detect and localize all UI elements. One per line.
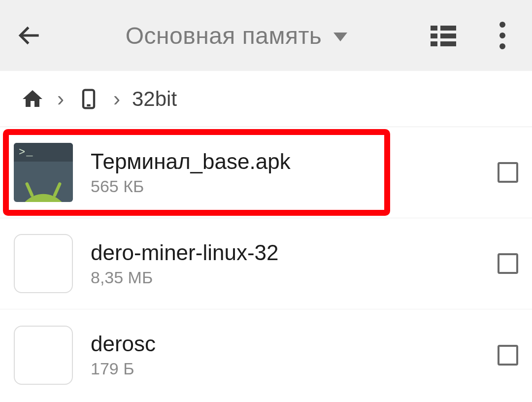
file-row[interactable]: >_ Терминал_base.apk 565 КБ	[0, 127, 532, 218]
select-checkbox[interactable]	[498, 162, 518, 183]
terminal-prompt-icon: >_	[14, 143, 73, 162]
file-size: 179 Б	[91, 359, 486, 378]
arrow-back-icon	[16, 22, 43, 49]
breadcrumb-current: 32bit	[132, 87, 177, 111]
file-row[interactable]: dero-miner-linux-32 8,35 МБ	[0, 218, 532, 309]
breadcrumb-device[interactable]	[76, 86, 101, 112]
home-icon	[21, 87, 44, 111]
file-row[interactable]: derosc 179 Б	[0, 309, 532, 401]
chevron-down-icon	[333, 33, 347, 41]
storage-title-label: Основная память	[126, 22, 322, 49]
file-icon-generic	[14, 326, 73, 385]
breadcrumb-separator: ›	[57, 87, 64, 111]
file-icon-generic	[14, 234, 73, 293]
file-size: 8,35 МБ	[91, 268, 486, 287]
file-list: >_ Терминал_base.apk 565 КБ dero-miner-l…	[0, 127, 532, 401]
more-options-button[interactable]	[485, 18, 520, 53]
select-checkbox[interactable]	[498, 345, 518, 366]
select-checkbox[interactable]	[498, 253, 518, 274]
svg-line-3	[27, 184, 32, 195]
list-view-icon	[431, 26, 456, 45]
breadcrumb-home[interactable]	[20, 86, 45, 112]
app-bar: Основная память	[0, 0, 532, 71]
svg-line-4	[55, 184, 60, 195]
breadcrumb: › › 32bit	[0, 71, 532, 127]
file-size: 565 КБ	[91, 177, 486, 196]
storage-title-dropdown[interactable]: Основная память	[71, 22, 402, 49]
more-vertical-icon	[499, 22, 505, 49]
breadcrumb-separator: ›	[113, 87, 120, 111]
file-icon-apk: >_	[14, 143, 73, 202]
file-name: Терминал_base.apk	[91, 149, 486, 174]
android-icon	[14, 181, 73, 202]
view-mode-button[interactable]	[426, 18, 461, 53]
file-name: derosc	[91, 332, 486, 356]
file-name: dero-miner-linux-32	[91, 240, 486, 265]
phone-icon	[78, 86, 100, 112]
back-button[interactable]	[12, 18, 47, 53]
